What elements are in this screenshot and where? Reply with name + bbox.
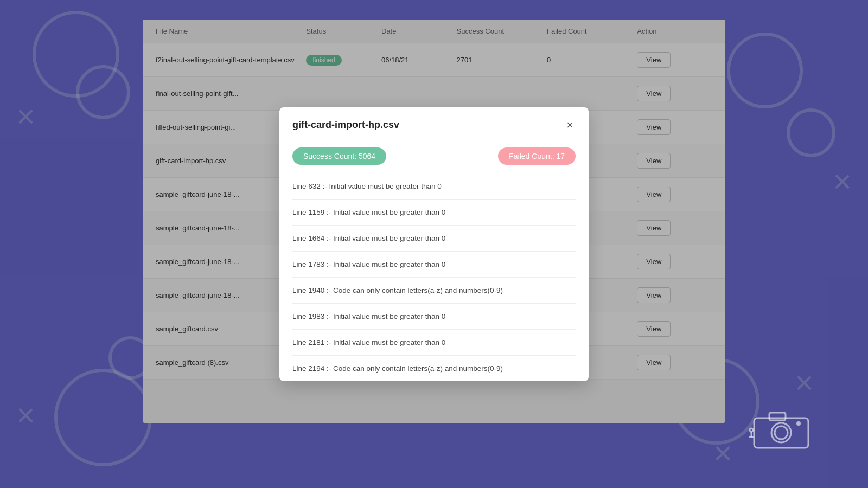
error-item: Line 1159 :- Initial value must be great…: [292, 200, 576, 226]
svg-rect-3: [769, 413, 786, 420]
modal-close-button[interactable]: ×: [564, 118, 576, 132]
error-item: Line 2181 :- Initial value must be great…: [292, 330, 576, 356]
error-item: Line 632 :- Initial value must be greate…: [292, 174, 576, 200]
error-item: Line 1983 :- Initial value must be great…: [292, 304, 576, 330]
modal-dialog: gift-card-import-hp.csv × Success Count:…: [279, 107, 589, 381]
svg-point-2: [775, 426, 788, 439]
modal-body: Line 632 :- Initial value must be greate…: [279, 174, 589, 381]
modal-counts: Success Count: 5064 Failed Count: 17: [279, 141, 589, 174]
success-count-badge: Success Count: 5064: [292, 147, 386, 165]
error-item: Line 1664 :- Initial value must be great…: [292, 226, 576, 252]
modal-overlay: gift-card-import-hp.csv × Success Count:…: [0, 0, 868, 488]
error-item: Line 1940 :- Code can only contain lette…: [292, 278, 576, 304]
svg-point-4: [796, 421, 801, 426]
svg-point-6: [750, 428, 753, 432]
modal-title: gift-card-import-hp.csv: [292, 119, 399, 131]
error-item: Line 1783 :- Initial value must be great…: [292, 252, 576, 278]
error-item: Line 2194 :- Code can only contain lette…: [292, 356, 576, 381]
modal-header: gift-card-import-hp.csv ×: [279, 107, 589, 141]
failed-count-badge: Failed Count: 17: [498, 147, 576, 165]
camera-decoration: [749, 407, 814, 455]
